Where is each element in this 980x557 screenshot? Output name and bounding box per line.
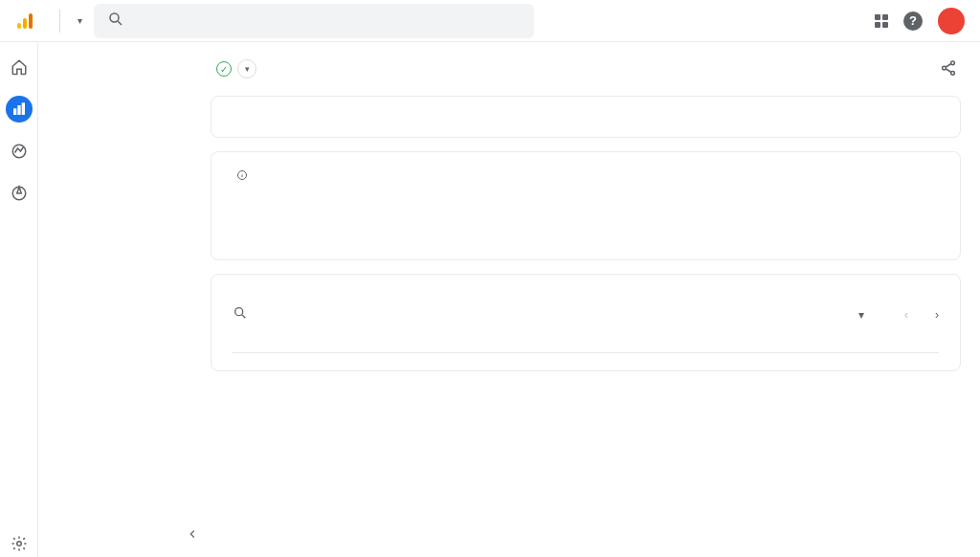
metric-active-users: [233, 114, 586, 120]
next-page-button[interactable]: ›: [935, 308, 939, 322]
divider: [59, 10, 60, 33]
rows-per-page-select[interactable]: ▾: [856, 308, 864, 322]
reports-sidebar: [38, 42, 211, 557]
search-icon: [233, 305, 248, 323]
apps-icon[interactable]: [875, 14, 888, 28]
svg-rect-2: [29, 13, 33, 29]
info-icon[interactable]: [236, 169, 248, 183]
col-path[interactable]: [410, 333, 587, 353]
nav-rail: [0, 42, 38, 557]
rail-advertising[interactable]: [6, 180, 33, 207]
main-content: ▾: [211, 42, 980, 557]
header-actions: ?: [875, 8, 965, 34]
rail-home[interactable]: [6, 54, 33, 80]
col-index: [233, 333, 410, 353]
help-icon[interactable]: ?: [903, 11, 923, 31]
col-active-users[interactable]: [586, 333, 763, 353]
avatar[interactable]: [938, 8, 965, 34]
data-table: [233, 333, 939, 353]
svg-point-17: [235, 308, 243, 316]
search-input[interactable]: [134, 13, 521, 29]
account-switcher[interactable]: ▾: [78, 15, 82, 26]
svg-rect-1: [23, 18, 27, 29]
chart-title: [233, 169, 939, 183]
svg-point-8: [12, 145, 26, 158]
table-search-input[interactable]: [256, 307, 416, 322]
analytics-logo-icon: [15, 11, 34, 31]
svg-rect-5: [13, 109, 15, 114]
logo[interactable]: [15, 11, 42, 31]
table-card: ▾ ‹ ›: [211, 274, 961, 371]
svg-point-10: [16, 542, 21, 546]
metric-views: [586, 114, 939, 120]
page-header: ▾: [211, 59, 961, 78]
search-icon: [107, 11, 124, 31]
bar-chart: [233, 189, 939, 238]
chevron-down-icon: ▾: [78, 15, 82, 26]
svg-line-14: [946, 64, 951, 68]
page-menu-button[interactable]: ▾: [237, 59, 256, 78]
svg-line-15: [946, 69, 951, 73]
rail-explore[interactable]: [6, 138, 33, 165]
svg-rect-7: [22, 103, 24, 114]
svg-rect-0: [17, 23, 21, 29]
col-views[interactable]: [763, 333, 940, 353]
svg-point-3: [110, 13, 119, 22]
rail-admin[interactable]: [6, 530, 33, 557]
search-box[interactable]: [94, 4, 534, 38]
table-search[interactable]: [233, 305, 833, 323]
svg-line-4: [118, 21, 122, 25]
chart-card: [211, 151, 961, 260]
share-icon[interactable]: [940, 59, 957, 79]
metrics-card: [211, 96, 961, 138]
table-controls: ▾ ‹ ›: [233, 305, 939, 323]
svg-line-18: [242, 315, 245, 318]
app-header: ▾ ?: [0, 0, 980, 42]
rail-reports[interactable]: [6, 96, 33, 123]
collapse-sidebar-button[interactable]: [186, 527, 199, 544]
prev-page-button[interactable]: ‹: [904, 308, 908, 322]
svg-rect-6: [18, 106, 20, 115]
verified-icon: [216, 61, 232, 77]
